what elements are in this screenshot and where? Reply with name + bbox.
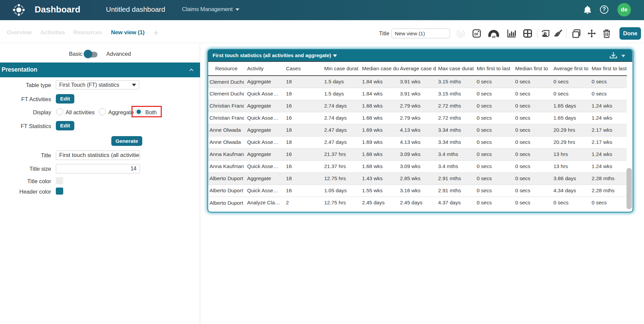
- svg-text:oi: oi: [492, 35, 495, 38]
- svg-text:oi: oi: [474, 31, 478, 36]
